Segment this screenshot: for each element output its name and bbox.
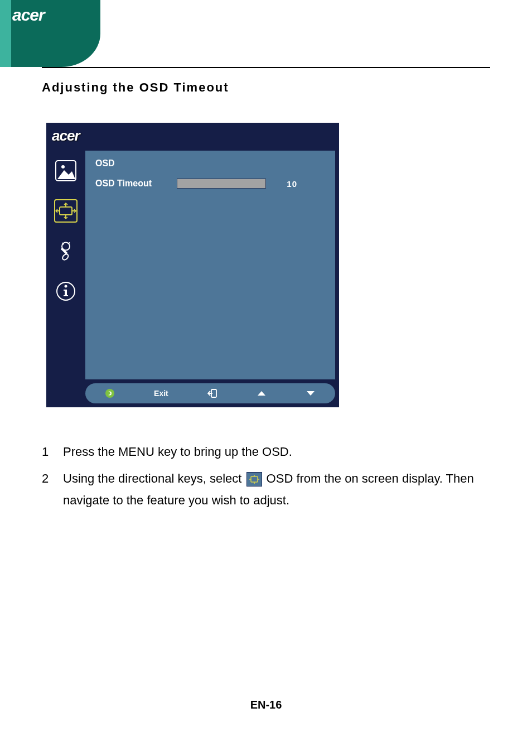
empower-icon: [105, 388, 115, 398]
osd-screenshot: acer: [46, 123, 339, 407]
step-number: 2: [42, 468, 53, 512]
osd-item-value: 10: [275, 179, 297, 189]
step-text: Using the directional keys, select OSD f…: [63, 468, 490, 512]
page-content: Adjusting the OSD Timeout acer: [42, 67, 490, 516]
svg-rect-5: [61, 248, 68, 255]
settings-icon: [54, 239, 78, 263]
osd-section-title: OSD: [85, 151, 335, 168]
osd-item-label: OSD Timeout: [95, 179, 168, 189]
osd-footer: Exit: [85, 383, 335, 403]
brand-logo: acer: [12, 6, 45, 25]
page-title: Adjusting the OSD Timeout: [42, 80, 490, 95]
osd-brand-logo: acer: [52, 127, 80, 145]
down-arrow-icon: [306, 388, 316, 398]
svg-point-1: [61, 165, 65, 168]
svg-point-10: [65, 285, 67, 288]
svg-point-11: [105, 389, 114, 398]
instruction-step-1: 1 Press the MENU key to bring up the OSD…: [42, 441, 490, 463]
osd-timeout-row: OSD Timeout 10: [85, 168, 335, 189]
osd-slider-bar: [177, 179, 266, 189]
instructions-list: 1 Press the MENU key to bring up the OSD…: [42, 441, 490, 512]
horizontal-rule: [42, 67, 490, 68]
exit-label: Exit: [154, 389, 168, 398]
svg-point-4: [61, 253, 69, 261]
svg-rect-8: [64, 295, 68, 296]
osd-icon: [54, 199, 78, 223]
info-icon: [54, 280, 78, 303]
svg-rect-3: [60, 207, 72, 215]
header-accent: [0, 0, 11, 67]
svg-rect-9: [64, 290, 66, 291]
step-text: Press the MENU key to bring up the OSD.: [63, 441, 292, 463]
osd-sidebar: [46, 151, 85, 407]
svg-rect-13: [251, 476, 258, 482]
enter-icon: [207, 388, 217, 398]
step2-part-a: Using the directional keys, select: [63, 471, 245, 485]
osd-main-panel: OSD OSD Timeout 10: [85, 151, 335, 379]
picture-icon: [54, 159, 78, 182]
instruction-step-2: 2 Using the directional keys, select OSD…: [42, 468, 490, 512]
up-arrow-icon: [257, 388, 267, 398]
page-number: EN-16: [0, 699, 532, 711]
osd-inline-icon: [246, 472, 262, 487]
step-number: 1: [42, 441, 53, 463]
